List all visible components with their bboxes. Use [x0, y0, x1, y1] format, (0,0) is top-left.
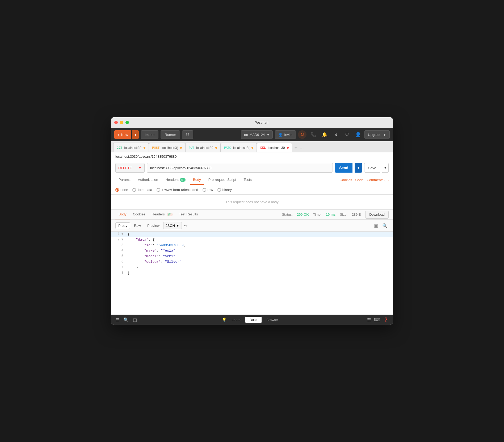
bottom-bar: ☰ 🔍 ◫ 💡 Learn Build Browse ☷ ⌨ ❓ — [111, 315, 393, 325]
invite-button[interactable]: 👤 Invite — [275, 130, 296, 139]
url-input[interactable] — [147, 163, 333, 173]
build-tab[interactable]: Build — [245, 317, 262, 323]
wrap-icon[interactable]: ⇋ — [183, 222, 188, 229]
user-avatar[interactable]: 👤 — [354, 130, 362, 139]
phone-icon[interactable]: 📞 — [309, 130, 318, 139]
tabs-actions: + ⋯ — [294, 145, 304, 152]
light-icon[interactable]: 💡 — [222, 318, 226, 322]
line-num-8: 8 — [115, 270, 123, 276]
download-button[interactable]: Download — [365, 211, 389, 219]
radio-urlencoded[interactable]: x-www-form-urlencoded — [157, 188, 198, 192]
cookies-link[interactable]: Cookies — [340, 178, 352, 182]
line-content-4: "make": "Tesla", — [128, 248, 389, 254]
app-window: Postman + New ▼ Import Runner ☷ ■■ MAD91… — [111, 117, 393, 325]
grid-icon: ■■ — [244, 133, 248, 137]
heart-icon[interactable]: ♡ — [343, 130, 351, 139]
search-icon[interactable]: 🔍 — [381, 222, 389, 229]
bell-icon[interactable]: ♬ — [331, 130, 340, 139]
search-bottom-icon[interactable]: 🔍 — [123, 317, 129, 322]
bottom-left-icons: ☰ 🔍 ◫ — [115, 317, 137, 322]
view-preview-button[interactable]: Preview — [145, 223, 162, 229]
import-button[interactable]: Import — [141, 130, 159, 139]
code-editor[interactable]: 1 ▼ { 2 ▼ "data": { 3 "id": 154835037688… — [111, 232, 393, 315]
tab-params[interactable]: Params — [115, 175, 134, 185]
toolbar-icons: ↻ 📞 🔔 ♬ ♡ 👤 — [298, 130, 362, 139]
workspace-chevron-icon: ▼ — [266, 133, 270, 137]
plus-icon: + — [117, 133, 120, 137]
main-toolbar: + New ▼ Import Runner ☷ ■■ MAD9124 ▼ 👤 I… — [111, 128, 393, 141]
browse-tab[interactable]: Browse — [262, 317, 282, 323]
new-dropdown-button[interactable]: ▼ — [132, 130, 139, 139]
radio-none-circle — [115, 188, 119, 192]
tab-url-post: localhost:3( — [162, 146, 178, 150]
more-tabs-icon[interactable]: ⋯ — [300, 145, 304, 151]
save-dropdown-button[interactable]: ▼ — [382, 163, 389, 173]
radio-urlencoded-circle — [157, 188, 160, 192]
status-label: Status: — [282, 212, 292, 216]
window-title: Postman — [133, 120, 390, 124]
close-window-button[interactable] — [114, 121, 118, 124]
resp-headers-badge: (6) — [167, 213, 173, 216]
copy-icon[interactable]: ▣ — [373, 222, 379, 229]
status-code: 200 OK — [297, 212, 309, 216]
minimize-window-button[interactable] — [120, 121, 123, 124]
tab-dot-post — [180, 147, 182, 149]
request-tabs-bar: GET localhost:30 POST localhost:3( PUT l… — [111, 141, 393, 152]
send-dropdown-button[interactable]: ▼ — [355, 163, 362, 173]
send-button[interactable]: Send — [335, 163, 352, 173]
tab-dot-patch — [251, 147, 253, 149]
radio-form-data[interactable]: form-data — [132, 188, 152, 192]
radio-form-data-circle — [132, 188, 136, 192]
tab-get[interactable]: GET localhost:30 — [113, 143, 149, 152]
tab-patch[interactable]: PATC localhost:3( — [221, 143, 257, 152]
resp-tab-body[interactable]: Body — [115, 210, 130, 219]
tab-authorization[interactable]: Authorization — [135, 175, 161, 185]
resp-tab-cookies[interactable]: Cookies — [130, 210, 149, 219]
code-line-7: 7 } — [111, 265, 393, 270]
time-value: 10 ms — [326, 212, 336, 216]
tab-pre-request[interactable]: Pre-request Script — [205, 175, 240, 185]
radio-raw[interactable]: raw — [203, 188, 213, 192]
runner-bottom-icon[interactable]: ⌨ — [374, 317, 380, 322]
grid-bottom-icon[interactable]: ☷ — [367, 317, 371, 322]
add-tab-icon[interactable]: + — [294, 145, 297, 151]
radio-none[interactable]: none — [115, 188, 128, 192]
method-select[interactable]: DELETE ▼ — [115, 163, 145, 173]
tab-delete[interactable]: DEL localhost:30 — [257, 143, 292, 152]
tab-dot-get — [144, 147, 145, 149]
learn-tab[interactable]: Learn — [228, 317, 245, 323]
resp-tab-test-results[interactable]: Test Results — [176, 210, 201, 219]
new-button[interactable]: + New — [114, 130, 131, 139]
tab-put[interactable]: PUT localhost:30 — [185, 143, 221, 152]
line-content-7: } — [128, 265, 389, 270]
tab-headers[interactable]: Headers(1) — [162, 175, 189, 185]
help-icon[interactable]: ❓ — [383, 317, 389, 322]
tab-body[interactable]: Body — [190, 175, 204, 185]
upgrade-button[interactable]: Upgrade ▼ — [364, 130, 390, 139]
comments-link[interactable]: Comments (0) — [367, 178, 389, 182]
save-chevron-icon: ▼ — [384, 166, 387, 170]
radio-binary[interactable]: binary — [217, 188, 232, 192]
view-raw-button[interactable]: Raw — [131, 223, 144, 229]
headers-count-badge: (1) — [180, 178, 186, 182]
runner-button[interactable]: Runner — [161, 130, 180, 139]
code-link[interactable]: Code — [355, 178, 364, 182]
tab-tests[interactable]: Tests — [240, 175, 255, 185]
method-label: DELETE — [118, 166, 132, 170]
workspace-selector[interactable]: ■■ MAD9124 ▼ — [241, 130, 273, 139]
notifications-icon[interactable]: 🔔 — [320, 130, 329, 139]
save-button[interactable]: Save — [364, 163, 380, 173]
toolbar-workspace: ■■ MAD9124 ▼ 👤 Invite ↻ 📞 🔔 ♬ ♡ 👤 Upgrad… — [241, 130, 390, 139]
layout-button[interactable]: ☷ — [182, 130, 193, 139]
sync-icon[interactable]: ↻ — [298, 130, 306, 139]
console-icon[interactable]: ◫ — [133, 317, 137, 322]
view-pretty-button[interactable]: Pretty — [115, 222, 130, 229]
tab-post[interactable]: POST localhost:3( — [149, 143, 186, 152]
maximize-window-button[interactable] — [125, 121, 129, 124]
line-content-8: } — [128, 270, 389, 276]
format-select[interactable]: JSON ▼ — [163, 222, 182, 229]
time-label: Time: — [313, 212, 322, 216]
code-line-2: 2 ▼ "data": { — [111, 237, 393, 243]
sidebar-icon[interactable]: ☰ — [115, 317, 119, 322]
resp-tab-headers[interactable]: Headers (6) — [149, 210, 176, 219]
